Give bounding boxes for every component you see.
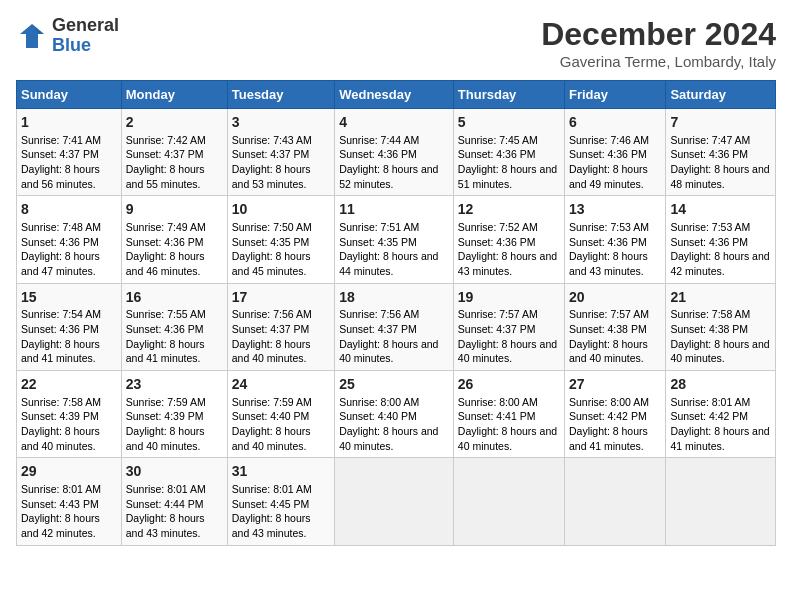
day-cell: 20Sunrise: 7:57 AMSunset: 4:38 PMDayligh… [565,283,666,370]
week-row: 8Sunrise: 7:48 AMSunset: 4:36 PMDaylight… [17,196,776,283]
sunset-label: Sunset: 4:37 PM [339,323,417,335]
logo-general: General [52,16,119,36]
day-cell: 6Sunrise: 7:46 AMSunset: 4:36 PMDaylight… [565,109,666,196]
daylight-label: Daylight: 8 hours and 49 minutes. [569,163,648,190]
header-cell: Saturday [666,81,776,109]
sunrise-label: Sunrise: 7:49 AM [126,221,206,233]
day-cell: 2Sunrise: 7:42 AMSunset: 4:37 PMDaylight… [121,109,227,196]
day-cell: 15Sunrise: 7:54 AMSunset: 4:36 PMDayligh… [17,283,122,370]
day-cell: 30Sunrise: 8:01 AMSunset: 4:44 PMDayligh… [121,458,227,545]
sunrise-label: Sunrise: 7:47 AM [670,134,750,146]
logo-text: General Blue [52,16,119,56]
svg-marker-0 [20,24,44,48]
day-number: 10 [232,200,330,220]
sunrise-label: Sunrise: 8:01 AM [126,483,206,495]
sunrise-label: Sunrise: 7:46 AM [569,134,649,146]
calendar-body: 1Sunrise: 7:41 AMSunset: 4:37 PMDaylight… [17,109,776,546]
day-number: 17 [232,288,330,308]
sunset-label: Sunset: 4:38 PM [670,323,748,335]
day-number: 5 [458,113,560,133]
logo-blue: Blue [52,36,119,56]
sunrise-label: Sunrise: 7:56 AM [232,308,312,320]
sunset-label: Sunset: 4:41 PM [458,410,536,422]
daylight-label: Daylight: 8 hours and 43 minutes. [126,512,205,539]
sunrise-label: Sunrise: 8:00 AM [458,396,538,408]
day-cell: 18Sunrise: 7:56 AMSunset: 4:37 PMDayligh… [335,283,454,370]
sunset-label: Sunset: 4:36 PM [339,148,417,160]
day-cell: 28Sunrise: 8:01 AMSunset: 4:42 PMDayligh… [666,371,776,458]
daylight-label: Daylight: 8 hours and 40 minutes. [232,425,311,452]
day-cell: 23Sunrise: 7:59 AMSunset: 4:39 PMDayligh… [121,371,227,458]
sunrise-label: Sunrise: 7:58 AM [670,308,750,320]
day-cell: 31Sunrise: 8:01 AMSunset: 4:45 PMDayligh… [227,458,334,545]
day-number: 15 [21,288,117,308]
day-cell: 21Sunrise: 7:58 AMSunset: 4:38 PMDayligh… [666,283,776,370]
day-number: 30 [126,462,223,482]
sunset-label: Sunset: 4:45 PM [232,498,310,510]
day-cell: 1Sunrise: 7:41 AMSunset: 4:37 PMDaylight… [17,109,122,196]
day-number: 25 [339,375,449,395]
day-cell: 26Sunrise: 8:00 AMSunset: 4:41 PMDayligh… [453,371,564,458]
day-cell: 4Sunrise: 7:44 AMSunset: 4:36 PMDaylight… [335,109,454,196]
sunset-label: Sunset: 4:36 PM [670,148,748,160]
daylight-label: Daylight: 8 hours and 41 minutes. [21,338,100,365]
daylight-label: Daylight: 8 hours and 48 minutes. [670,163,769,190]
daylight-label: Daylight: 8 hours and 40 minutes. [339,425,438,452]
day-number: 31 [232,462,330,482]
sunset-label: Sunset: 4:35 PM [339,236,417,248]
sunrise-label: Sunrise: 8:01 AM [21,483,101,495]
day-number: 13 [569,200,661,220]
sunrise-label: Sunrise: 7:57 AM [569,308,649,320]
sunset-label: Sunset: 4:37 PM [126,148,204,160]
daylight-label: Daylight: 8 hours and 40 minutes. [126,425,205,452]
daylight-label: Daylight: 8 hours and 43 minutes. [458,250,557,277]
day-cell: 25Sunrise: 8:00 AMSunset: 4:40 PMDayligh… [335,371,454,458]
sunset-label: Sunset: 4:40 PM [232,410,310,422]
day-cell: 13Sunrise: 7:53 AMSunset: 4:36 PMDayligh… [565,196,666,283]
sunrise-label: Sunrise: 7:53 AM [569,221,649,233]
day-number: 18 [339,288,449,308]
daylight-label: Daylight: 8 hours and 53 minutes. [232,163,311,190]
sunrise-label: Sunrise: 7:57 AM [458,308,538,320]
day-cell: 24Sunrise: 7:59 AMSunset: 4:40 PMDayligh… [227,371,334,458]
sunset-label: Sunset: 4:42 PM [569,410,647,422]
day-number: 14 [670,200,771,220]
day-cell: 8Sunrise: 7:48 AMSunset: 4:36 PMDaylight… [17,196,122,283]
day-number: 7 [670,113,771,133]
daylight-label: Daylight: 8 hours and 47 minutes. [21,250,100,277]
daylight-label: Daylight: 8 hours and 41 minutes. [670,425,769,452]
main-title: December 2024 [541,16,776,53]
day-cell: 16Sunrise: 7:55 AMSunset: 4:36 PMDayligh… [121,283,227,370]
day-number: 1 [21,113,117,133]
week-row: 1Sunrise: 7:41 AMSunset: 4:37 PMDaylight… [17,109,776,196]
daylight-label: Daylight: 8 hours and 56 minutes. [21,163,100,190]
week-row: 15Sunrise: 7:54 AMSunset: 4:36 PMDayligh… [17,283,776,370]
day-number: 20 [569,288,661,308]
sunrise-label: Sunrise: 7:52 AM [458,221,538,233]
day-number: 2 [126,113,223,133]
sunrise-label: Sunrise: 8:01 AM [232,483,312,495]
daylight-label: Daylight: 8 hours and 43 minutes. [569,250,648,277]
sunrise-label: Sunrise: 7:55 AM [126,308,206,320]
week-row: 22Sunrise: 7:58 AMSunset: 4:39 PMDayligh… [17,371,776,458]
day-cell: 27Sunrise: 8:00 AMSunset: 4:42 PMDayligh… [565,371,666,458]
subtitle: Gaverina Terme, Lombardy, Italy [541,53,776,70]
day-cell: 19Sunrise: 7:57 AMSunset: 4:37 PMDayligh… [453,283,564,370]
day-number: 4 [339,113,449,133]
day-number: 26 [458,375,560,395]
daylight-label: Daylight: 8 hours and 41 minutes. [126,338,205,365]
sunset-label: Sunset: 4:38 PM [569,323,647,335]
day-cell [565,458,666,545]
sunset-label: Sunset: 4:44 PM [126,498,204,510]
sunset-label: Sunset: 4:35 PM [232,236,310,248]
day-number: 12 [458,200,560,220]
sunset-label: Sunset: 4:37 PM [21,148,99,160]
sunset-label: Sunset: 4:36 PM [458,148,536,160]
day-cell: 12Sunrise: 7:52 AMSunset: 4:36 PMDayligh… [453,196,564,283]
sunset-label: Sunset: 4:39 PM [126,410,204,422]
day-number: 19 [458,288,560,308]
sunrise-label: Sunrise: 7:42 AM [126,134,206,146]
sunrise-label: Sunrise: 7:45 AM [458,134,538,146]
daylight-label: Daylight: 8 hours and 41 minutes. [569,425,648,452]
sunset-label: Sunset: 4:37 PM [232,148,310,160]
